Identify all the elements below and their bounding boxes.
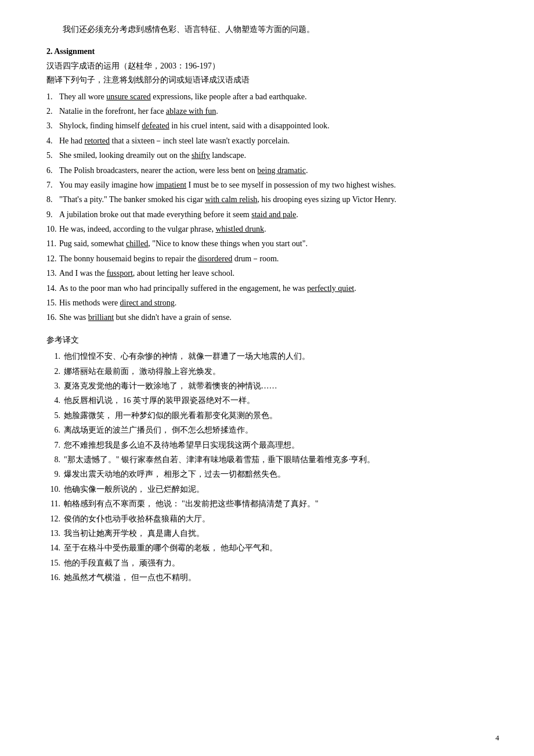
list-content: Pug said, somewhat chilled, "Nice to kno… — [59, 237, 488, 250]
ref-num: 10. — [46, 483, 64, 496]
ref-content: 至于在格斗中受伤最重的哪个倒霉的老板， 他却心平气和。 — [64, 542, 488, 555]
list-num: 10. — [46, 223, 59, 236]
ref-num: 4. — [46, 394, 64, 407]
underline-term: chilled — [126, 239, 148, 248]
list-num: 11. — [46, 237, 59, 250]
underline-term: shifty — [192, 151, 210, 160]
list-content: He had retorted that a sixteen－inch stee… — [59, 135, 488, 147]
top-paragraph: 我们还必须充分考虑到感情色彩、语言特征、人物塑造等方面的问题。 — [46, 23, 488, 36]
list-content: You may easily imagine how impatient I m… — [59, 179, 488, 192]
list-num: 6. — [46, 164, 59, 177]
underline-term: impatient — [156, 181, 186, 189]
ref-content: 爆发出震天动地的欢呼声， 相形之下，过去一切都黯然失色。 — [64, 468, 488, 481]
assignment-section: 2. Assignment 汉语四字成语的运用（赵桂华，2003：196-197… — [46, 45, 488, 324]
ref-list-item: 12.俊俏的女仆也动手收拾杯盘狼藉的大厅。 — [46, 513, 488, 525]
ref-list-item: 7.您不难推想我是多么迫不及待地希望早日实现我这两个最高理想。 — [46, 439, 488, 452]
ref-list-item: 13.我当初让她离开学校， 真是庸人自扰。 — [46, 527, 488, 540]
list-num: 1. — [46, 91, 59, 103]
ref-list-item: 8."那太遗憾了。" 银行家泰然自若、津津有味地吸着雪茄，垂下眼睛估量着维克多·… — [46, 453, 488, 466]
list-item: 11.Pug said, somewhat chilled, "Nice to … — [46, 237, 488, 250]
list-content: A jubilation broke out that made everyth… — [59, 208, 488, 221]
list-num: 9. — [46, 208, 59, 221]
list-item: 1.They all wore unsure scared expression… — [46, 91, 488, 103]
list-item: 13.And I was the fussport, about letting… — [46, 267, 488, 280]
list-item: 15.His methods were direct and strong. — [46, 297, 488, 309]
ref-num: 1. — [46, 350, 64, 363]
ref-list-item: 14.至于在格斗中受伤最重的哪个倒霉的老板， 他却心平气和。 — [46, 542, 488, 555]
list-num: 15. — [46, 297, 59, 309]
list-item: 7.You may easily imagine how impatient I… — [46, 179, 488, 192]
ref-num: 16. — [46, 571, 64, 584]
ref-list-item: 11.帕格感到有点不寒而栗， 他说： "出发前把这些事情都搞清楚了真好。" — [46, 498, 488, 510]
page: 我们还必须充分考虑到感情色彩、语言特征、人物塑造等方面的问题。 2. Assig… — [0, 0, 534, 756]
ref-list-item: 16.她虽然才气横溢， 但一点也不精明。 — [46, 571, 488, 584]
underline-term: retorted — [85, 136, 110, 145]
list-item: 6.The Polish broadcasters, nearer the ac… — [46, 164, 488, 177]
list-num: 16. — [46, 311, 59, 324]
ref-list-item: 10.他确实像一般所说的， 业已烂醉如泥。 — [46, 483, 488, 496]
ref-list-item: 2.娜塔丽站在最前面， 激动得脸上容光焕发。 — [46, 365, 488, 378]
assignment-list: 1.They all wore unsure scared expression… — [46, 91, 488, 325]
ref-num: 11. — [46, 498, 64, 510]
ref-content: 他反唇相讥说， 16 英寸厚的装甲跟瓷器绝对不一样。 — [64, 394, 488, 407]
ref-content: 离战场更近的波兰广播员们， 倒不怎么想矫揉造作。 — [64, 424, 488, 437]
ref-num: 15. — [46, 557, 64, 570]
list-item: 10.He was, indeed, according to the vulg… — [46, 223, 488, 236]
ref-content: 俊俏的女仆也动手收拾杯盘狼藉的大厅。 — [64, 513, 488, 525]
ref-content: 我当初让她离开学校， 真是庸人自扰。 — [64, 527, 488, 540]
underline-term: fussport — [107, 269, 133, 278]
ref-list-item: 6.离战场更近的波兰广播员们， 倒不怎么想矫揉造作。 — [46, 424, 488, 437]
list-content: "That's a pity." The banker smoked his c… — [59, 193, 488, 206]
list-content: And I was the fussport, about letting he… — [59, 267, 488, 280]
list-content: They all wore unsure scared expressions,… — [59, 91, 488, 103]
ref-num: 7. — [46, 439, 64, 452]
underline-term: whistled drunk — [215, 225, 264, 233]
ref-num: 12. — [46, 513, 64, 525]
list-item: 8."That's a pity." The banker smoked his… — [46, 193, 488, 206]
list-num: 14. — [46, 282, 59, 295]
list-content: Shylock, finding himself defeated in his… — [59, 120, 488, 132]
list-num: 2. — [46, 105, 59, 118]
list-content: As to the poor man who had principally s… — [59, 282, 488, 295]
ref-list-item: 9.爆发出震天动地的欢呼声， 相形之下，过去一切都黯然失色。 — [46, 468, 488, 481]
underline-term: defeated — [142, 121, 169, 130]
list-item: 12.The bonny housemaid begins to repair … — [46, 253, 488, 265]
ref-content: 他们惶惶不安、心有杂惨的神情， 就像一群遭了一场大地震的人们。 — [64, 350, 488, 363]
ref-list-item: 1.他们惶惶不安、心有杂惨的神情， 就像一群遭了一场大地震的人们。 — [46, 350, 488, 363]
ref-num: 6. — [46, 424, 64, 437]
ref-num: 9. — [46, 468, 64, 481]
list-num: 4. — [46, 135, 59, 147]
ref-content: "那太遗憾了。" 银行家泰然自若、津津有味地吸着雪茄，垂下眼睛估量着维克多·亨利… — [64, 453, 488, 466]
list-item: 4.He had retorted that a sixteen－inch st… — [46, 135, 488, 147]
list-content: His methods were direct and strong. — [59, 297, 488, 309]
ref-content: 她虽然才气横溢， 但一点也不精明。 — [64, 571, 488, 584]
list-item: 5.She smiled, looking dreamily out on th… — [46, 149, 488, 162]
ref-num: 13. — [46, 527, 64, 540]
list-content: The bonny housemaid begins to repair the… — [59, 253, 488, 265]
list-content: He was, indeed, according to the vulgar … — [59, 223, 488, 236]
assignment-sub2: 翻译下列句子，注意将划线部分的词或短语译成汉语成语 — [46, 74, 488, 87]
list-content: She was brilliant but she didn't have a … — [59, 311, 488, 324]
ref-content: 娜塔丽站在最前面， 激动得脸上容光焕发。 — [64, 365, 488, 378]
underline-term: staid and pale — [251, 210, 296, 219]
list-num: 3. — [46, 120, 59, 132]
list-num: 8. — [46, 193, 59, 206]
underline-term: perfectly quiet — [307, 284, 354, 293]
reference-list: 1.他们惶惶不安、心有杂惨的神情， 就像一群遭了一场大地震的人们。2.娜塔丽站在… — [46, 350, 488, 584]
ref-num: 5. — [46, 409, 64, 422]
list-item: 14.As to the poor man who had principall… — [46, 282, 488, 295]
list-content: The Polish broadcasters, nearer the acti… — [59, 164, 488, 177]
list-num: 13. — [46, 267, 59, 280]
ref-num: 2. — [46, 365, 64, 378]
ref-list-item: 15.他的手段直截了当， 顽强有力。 — [46, 557, 488, 570]
assignment-sub1: 汉语四字成语的运用（赵桂华，2003：196-197） — [46, 60, 488, 73]
underline-term: brilliant — [88, 313, 114, 322]
ref-list-item: 4.他反唇相讥说， 16 英寸厚的装甲跟瓷器绝对不一样。 — [46, 394, 488, 407]
ref-content: 她脸露微笑， 用一种梦幻似的眼光看着那变化莫测的景色。 — [64, 409, 488, 422]
list-num: 5. — [46, 149, 59, 162]
ref-num: 8. — [46, 453, 64, 466]
list-item: 9.A jubilation broke out that made every… — [46, 208, 488, 221]
ref-content: 您不难推想我是多么迫不及待地希望早日实现我这两个最高理想。 — [64, 439, 488, 452]
page-number: 4 — [496, 732, 500, 744]
list-content: She smiled, looking dreamily out on the … — [59, 149, 488, 162]
